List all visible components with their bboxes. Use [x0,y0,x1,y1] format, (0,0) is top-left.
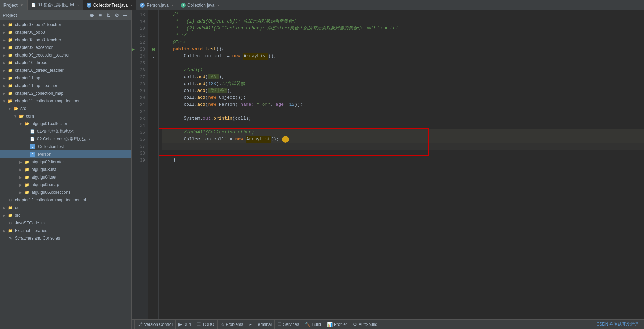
settings-icon[interactable]: ⚙ [113,12,120,19]
code-line-35: //addAll(Collection other) [162,129,644,136]
status-version-control[interactable]: ⎇ Version Control [134,320,176,329]
tree-item-out[interactable]: ▶ 📁 out [0,204,131,211]
project-header-label: Project [3,13,17,18]
tree-item-atguigu05[interactable]: ▶ 📁 atguigu05.map [0,181,131,189]
tab-person-label: Person.java [147,3,168,8]
tree-item-atguigu06[interactable]: ▶ 📁 atguigu06.collections [0,189,131,196]
label-iml: chapter12_collection_map_teacher.iml [15,198,86,202]
code-line-23: public void test (){ [162,46,644,53]
tree-item-atguigu03[interactable]: ▶ 📁 atguigu03.list [0,166,131,173]
tree-item-chapter09-teacher[interactable]: ▶ 📁 chapter09_exception_teacher [0,51,131,59]
line-39: 39 [132,157,148,164]
arrow-chapter08-teacher: ▶ [1,38,7,42]
arrow-chapter12-teacher: ▼ [1,99,7,103]
status-build[interactable]: 🔨 Build [302,320,324,329]
tab-collection-test-close[interactable]: × [131,3,133,7]
line-37: 37 [132,143,148,150]
label-out: out [15,205,21,210]
tree-item-chapter10-teacher[interactable]: ▶ 📁 chapter10_thread_teacher [0,67,131,74]
tree-item-chapter12[interactable]: ▶ 📁 chapter12_collection_map [0,89,131,97]
status-problems[interactable]: ⚠ Problems [218,320,247,329]
status-terminal[interactable]: ▸_ Terminal [246,320,275,329]
label-person: Person [38,152,51,157]
status-run[interactable]: ▶ Run [176,320,194,329]
project-dropdown-icon[interactable]: ▼ [20,3,24,7]
tree-item-chapter12-teacher[interactable]: ▼ 📂 chapter12_collection_map_teacher [0,97,131,105]
tree-item-chapter11-teacher[interactable]: ▶ 📁 chapter11_api_teacher [0,82,131,89]
label-chapter09-teacher: chapter09_exception_teacher [15,53,70,58]
tree-item-src-root[interactable]: ▶ 📁 src [0,211,131,219]
line-30: 30 [132,94,148,101]
sidebar-header-left: Project [3,13,17,18]
label-chapter10-teacher: chapter10_thread_teacher [15,68,64,73]
tab-person-close[interactable]: × [171,3,174,7]
project-tab[interactable]: Project ▼ [0,0,28,10]
tab-txt-close[interactable]: × [77,3,79,7]
label-chapter10: chapter10_thread [15,60,47,65]
arrow-src: ▼ [7,107,12,111]
tab-person[interactable]: C Person.java × [136,0,177,10]
tree-item-collection-test[interactable]: ▶ C CollectionTest [0,143,131,150]
run-test-icon[interactable]: ⊕ [151,46,156,52]
profiler-icon: 📊 [327,322,333,327]
tree-item-iml[interactable]: ▶ ⚙ chapter12_collection_map_teacher.iml [0,196,131,204]
tree-item-chapter10[interactable]: ▶ 📁 chapter10_thread [0,59,131,67]
tree-item-src[interactable]: ▼ 📂 src [0,105,131,112]
tree-item-atguigu04[interactable]: ▶ 📁 atguigu04.set [0,173,131,181]
tree-item-external-libs[interactable]: ▶ 📁 External Libraries [0,227,131,234]
gutter: ⊕ ⌄ [148,10,159,319]
sync-icon[interactable]: ⊕ [88,12,95,19]
tab-collection-label: Collection.java [187,3,214,8]
tree-item-chapter11[interactable]: ▶ 📁 chapter11_api [0,74,131,82]
label-chapter12: chapter12_collection_map [15,91,63,96]
status-services[interactable]: ☰ Services [275,320,302,329]
label-chapter11-teacher: chapter11_api_teacher [15,83,58,88]
code-content[interactable]: /* * (1) add(Object obj): 添加元素对象到当前集合中 *… [159,10,644,319]
tab-collection-close[interactable]: × [217,3,219,7]
line-31: 31 [132,101,148,108]
minimize-btn[interactable]: — [634,2,641,9]
code-line-20: * (2) addAll(Collection other): 添加other集… [162,25,644,32]
hide-icon[interactable]: — [122,12,129,19]
arrow-com: ▼ [12,114,18,118]
tree-item-scratches[interactable]: ▶ ✎ Scratches and Consoles [0,234,131,242]
file-icon-txt02: 📄 [30,136,35,142]
tree-item-person[interactable]: ▶ C Person [0,150,131,158]
tree-item-atguigu02[interactable]: ▶ 📁 atguigu02.iterator [0,158,131,166]
tree-item-txt02[interactable]: ▶ 📄 02-Collection中的常用方法.txt [0,135,131,143]
tree-item-atguigu01[interactable]: ▼ 📂 atguigu01.collection [0,120,131,128]
label-txt02: 02-Collection中的常用方法.txt [37,136,92,142]
code-line-31: coll. add ( new Person( name: "Tom" , ag… [162,101,644,108]
tab-collection[interactable]: I Collection.java × [177,0,223,10]
tab-bar: Project ▼ 📄 01-集合框架概述.txt × C Collection… [0,0,644,10]
tree-item-chapter08-teacher[interactable]: ▶ 📁 chapter08_oop3_teacher [0,36,131,44]
sort-icon[interactable]: ≡ [97,12,104,19]
status-profiler[interactable]: 📊 Profiler [324,320,350,329]
run-gutter-icon[interactable]: ▶ [132,47,135,52]
status-todo[interactable]: ☰ TODO [194,320,217,329]
folder-icon-chapter09: 📁 [8,45,13,50]
tree-item-javasecode[interactable]: ▶ ⚙ JavaSECode.iml [0,219,131,227]
arrow-atguigu01: ▼ [18,122,24,126]
line-20: 20 [132,25,148,32]
sidebar: Project ⊕ ≡ ⇅ ⚙ — ▶ 📁 chapter07_oop2_tea… [0,10,132,329]
label-chapter08: chapter08_oop3 [15,30,45,35]
tree-item-chapter08[interactable]: ▶ 📁 chapter08_oop3 [0,28,131,36]
sidebar-header: Project ⊕ ≡ ⇅ ⚙ — [0,10,131,20]
tab-txt[interactable]: 📄 01-集合框架概述.txt × [28,0,83,10]
scratch-icon: ✎ [8,235,13,241]
status-bar: ⎇ Version Control ▶ Run ☰ TODO ⚠ Problem… [132,319,644,329]
code-line-18: /* [162,11,644,18]
label-src: src [20,106,26,111]
tree-item-chapter07[interactable]: ▶ 📁 chapter07_oop2_teacher [0,21,131,28]
tree-item-txt01[interactable]: ▶ 📄 01-集合框架概述.txt [0,128,131,135]
line-34: 34 [132,122,148,129]
arrow-out: ▶ [1,206,7,210]
collapse-icon[interactable]: ⇅ [105,12,112,19]
label-atguigu02: atguigu02.iterator [32,159,64,164]
tab-collection-test[interactable]: C CollectionTest.java × [83,0,137,10]
tree-item-com[interactable]: ▼ 📂 com [0,112,131,120]
tree-item-chapter09[interactable]: ▶ 📁 chapter09_exception [0,44,131,51]
tab-collection-icon: I [181,3,186,8]
status-auto-build[interactable]: ⚙ Auto-build [350,320,380,329]
